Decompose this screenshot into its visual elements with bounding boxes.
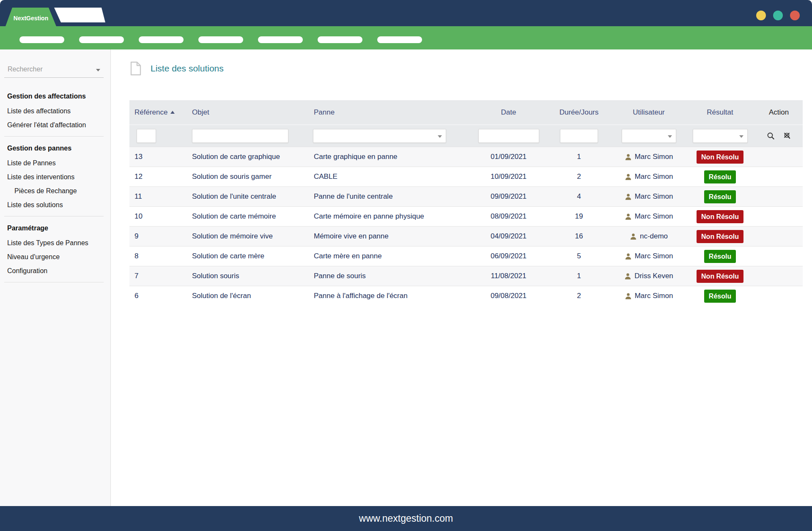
column-header-date[interactable]: Date [472,100,546,124]
cell-resultat: Résolu [685,290,755,303]
nav-pill-7[interactable] [377,36,422,43]
window-dot-teal[interactable] [773,11,783,20]
user-icon [625,193,632,200]
table-row[interactable]: 7 Solution souris Panne de souris 11/08/… [129,266,803,286]
sidebar-item-generer-l-etat-d-affectation[interactable]: Générer l'état d'affectation [0,118,110,132]
nav-pill-1[interactable] [19,36,64,43]
table-row[interactable]: 13 Solution de carte graphique Carte gra… [129,147,803,167]
cell-duree: 5 [546,252,612,260]
filter-duree-input[interactable] [560,129,598,143]
sort-asc-icon [170,111,175,114]
table-row[interactable]: 12 Solution de souris gamer CABLE 10/09/… [129,167,803,186]
cell-duree: 2 [546,292,612,300]
cell-resultat: Résolu [685,250,755,263]
cell-utilisateur: Marc Simon [612,252,685,260]
table-row[interactable]: 11 Solution de l'unite centrale Panne de… [129,186,803,206]
main-nav-bar [0,26,812,49]
cell-date: 09/08/2021 [472,292,546,300]
cell-date: 06/09/2021 [472,252,546,260]
sidebar-item-liste-des-affectations[interactable]: Liste des affectations [0,104,110,118]
cell-date: 01/09/2021 [472,153,546,161]
column-header-utilisateur[interactable]: Utilisateur [612,100,685,124]
sidebar-item-liste-de-pannes[interactable]: Liste de Pannes [0,156,110,170]
sidebar-item-configuration[interactable]: Configuration [0,264,110,278]
footer-url[interactable]: www.nextgestion.com [359,513,453,524]
cell-reference: 10 [129,212,188,221]
sidebar-section-parametrage: Paramétrage [0,221,110,236]
cell-objet: Solution souris [188,272,310,280]
sidebar-item-niveau-d-urgence[interactable]: Niveau d'urgence [0,250,110,264]
column-header-resultat[interactable]: Résultat [685,100,755,124]
cell-objet: Solution de carte mémoire [188,212,310,221]
cell-resultat: Résolu [685,170,755,183]
cell-reference: 11 [129,192,188,201]
nav-pill-2[interactable] [79,36,124,43]
chevron-down-icon[interactable] [96,69,100,71]
cell-reference: 12 [129,172,188,181]
sidebar-search [4,62,104,78]
cell-reference: 7 [129,272,188,280]
window-dot-red[interactable] [790,11,800,20]
nav-pill-4[interactable] [198,36,243,43]
cell-panne: Carte mère en panne [310,252,472,260]
status-badge: Résolu [704,190,736,203]
sidebar-divider [4,282,104,282]
column-header-panne[interactable]: Panne [310,100,472,124]
cell-duree: 1 [546,153,612,161]
column-header-reference[interactable]: Référence [129,100,188,124]
sidebar-item-liste-des-solutions[interactable]: Liste des solutions [0,198,110,212]
column-header-duree[interactable]: Durée/Jours [546,100,612,124]
nav-pill-3[interactable] [139,36,184,43]
sidebar-section-gestion-des-affectations: Gestion des affectations [0,89,110,104]
window-dot-yellow[interactable] [756,11,766,20]
footer-bar: www.nextgestion.com [0,506,812,531]
sidebar-divider [4,136,104,137]
cell-panne: Panne à l'affichage de l'écran [310,292,472,300]
cell-utilisateur: Marc Simon [612,172,685,181]
table-filter-row [129,124,803,147]
nav-pill-5[interactable] [258,36,303,43]
filter-resultat-select[interactable] [693,129,748,143]
cell-panne: CABLE [310,172,472,181]
table-row[interactable]: 9 Solution de mémoire vive Mémoire vive … [129,226,803,246]
sidebar-item-pieces-de-rechange[interactable]: Pièces de Rechange [0,184,110,198]
sidebar-section-gestion-des-pannes: Gestion des pannes [0,141,110,156]
cell-resultat: Non Résolu [685,210,755,223]
cell-panne: Panne de l'unite centrale [310,192,472,201]
filter-date-input[interactable] [478,129,539,143]
cell-objet: Solution de mémoire vive [188,232,310,241]
status-badge: Non Résolu [697,270,743,283]
column-header-objet[interactable]: Objet [188,100,310,124]
cell-panne: Panne de souris [310,272,472,280]
filter-panne-select[interactable] [313,129,446,143]
cell-utilisateur: nc-demo [612,232,685,241]
sidebar-menu: Gestion des affectationsListe des affect… [0,89,110,282]
filter-objet-input[interactable] [192,129,288,143]
solutions-table: Référence Objet Panne Date Durée/Jours U… [129,100,803,306]
cell-duree: 1 [546,272,612,280]
table-row[interactable]: 8 Solution de carte mère Carte mère en p… [129,246,803,266]
sidebar-item-liste-des-interventions[interactable]: Liste des interventions [0,170,110,184]
filter-reference-input[interactable] [137,129,156,143]
user-icon [625,173,632,181]
brand-accent-shape [54,8,105,22]
filter-utilisateur-select[interactable] [622,129,676,143]
cell-utilisateur: Marc Simon [612,153,685,161]
user-icon [625,213,632,220]
clear-filter-button[interactable] [782,131,792,141]
table-row[interactable]: 6 Solution de l'écran Panne à l'affichag… [129,286,803,306]
search-button[interactable] [766,131,776,141]
cell-objet: Solution de carte graphique [188,153,310,161]
brand-logo-tab[interactable]: NextGestion [5,8,56,26]
user-icon [625,293,632,300]
cell-resultat: Résolu [685,190,755,203]
cell-utilisateur: Driss Keven [612,272,685,280]
main-content: Liste des solutions Référence Objet Pann… [111,49,812,506]
sidebar-search-input[interactable] [4,62,88,77]
nav-pill-6[interactable] [318,36,362,43]
status-badge: Résolu [704,250,736,263]
cell-date: 08/09/2021 [472,212,546,221]
cell-panne: Mémoire vive en panne [310,232,472,241]
sidebar-item-liste-des-types-de-pannes[interactable]: Liste des Types de Pannes [0,236,110,250]
table-row[interactable]: 10 Solution de carte mémoire Carte mémoi… [129,206,803,226]
